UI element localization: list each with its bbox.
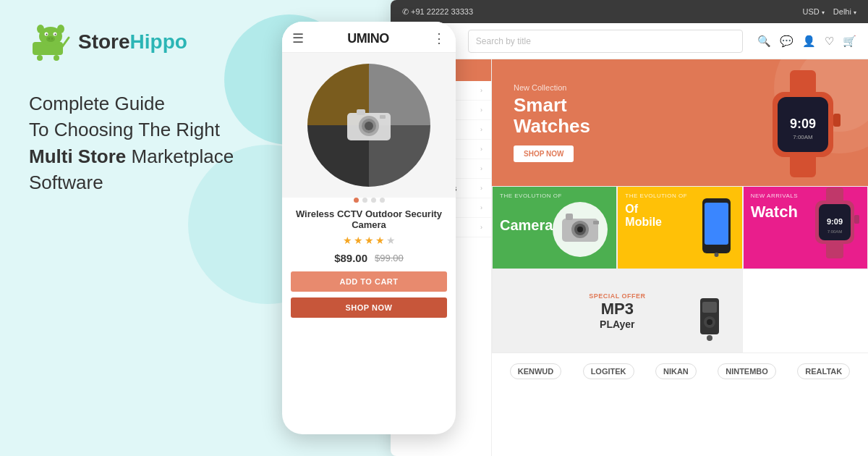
grid-cell-mp3[interactable]: SPECIAL OFFER MP3 PLAyer — [492, 269, 743, 352]
headline-line1: Complete Guide — [29, 93, 165, 114]
star-3: ★ — [365, 235, 374, 246]
dot-4[interactable] — [380, 198, 385, 203]
dot-3[interactable] — [371, 198, 376, 203]
mp3-subtitle-label: PLAyer — [600, 318, 635, 330]
chat-icon[interactable]: 💬 — [780, 35, 793, 48]
product-name: Wireless CCTV Outdoor Security Camera — [282, 208, 456, 230]
mobile-mockup: ☰ UMINO ⋮ — [282, 22, 456, 434]
headline-bold: Multi Store — [29, 145, 126, 167]
banner-text: New Collection Smart Watches SHOP NOW — [514, 83, 590, 161]
star-1: ★ — [343, 235, 352, 246]
brand-kenwud[interactable]: KENWUD — [510, 363, 562, 379]
watch-label-big: Watch — [751, 203, 798, 221]
carousel-dots — [282, 198, 456, 203]
product-price: $89.00 $99.00 — [282, 252, 456, 264]
desktop-mockup: ✆ +91 22222 33333 USD ▾ Delhi ▾ UMINO Se… — [391, 0, 868, 456]
desktop-topbar: ✆ +91 22222 33333 USD ▾ Delhi ▾ — [391, 0, 868, 23]
chevron-right-icon: › — [480, 87, 482, 94]
headline: Complete Guide To Choosing The Right Mul… — [29, 90, 289, 196]
svg-point-10 — [46, 36, 55, 42]
svg-point-9 — [55, 34, 56, 35]
svg-point-2 — [54, 55, 59, 61]
grid-cell-camera[interactable]: THE EVOLUTION OF Camera — [492, 186, 617, 269]
cart-icon[interactable]: 🛒 — [843, 35, 856, 48]
banner-watch-image: 9:09 7:00AM — [752, 67, 854, 185]
chevron-right-icon: › — [480, 165, 482, 172]
grid-cell-watch[interactable]: NEW ARRIVALS Watch 9:09 7:00AM — [743, 186, 868, 269]
svg-point-4 — [37, 25, 44, 33]
shop-now-button[interactable]: SHOP NOW — [291, 297, 447, 318]
svg-point-16 — [365, 122, 373, 130]
svg-text:9:09: 9:09 — [827, 217, 843, 226]
svg-point-11 — [48, 38, 50, 40]
price-old: $99.00 — [375, 253, 404, 263]
chevron-right-icon: › — [480, 145, 482, 153]
svg-point-49 — [707, 335, 712, 341]
camera-product-image — [544, 193, 616, 269]
mp3-title-label: MP3 — [601, 300, 634, 318]
svg-point-5 — [57, 25, 64, 33]
svg-point-48 — [707, 319, 712, 325]
wishlist-icon[interactable]: ♡ — [825, 35, 834, 48]
desktop-nav: UMINO Search by title 🔍 💬 👤 ♡ 🛒 — [391, 23, 868, 59]
svg-rect-44 — [854, 215, 859, 224]
topbar-right: USD ▾ Delhi ▾ — [803, 7, 856, 16]
grid-cell-mobile[interactable]: THE EVOLUTION OF OfMobile — [617, 186, 742, 269]
chevron-right-icon: › — [480, 106, 482, 114]
mobile-header: ☰ UMINO ⋮ — [282, 22, 456, 53]
headline-line2: To Choosing The Right — [29, 119, 220, 140]
svg-rect-46 — [702, 302, 717, 313]
star-4: ★ — [375, 235, 385, 246]
svg-text:7:00AM: 7:00AM — [793, 134, 813, 140]
dot-1[interactable] — [354, 198, 359, 203]
svg-rect-18 — [380, 115, 386, 119]
brand-nintembo[interactable]: NINTEMBO — [718, 363, 776, 379]
svg-point-12 — [51, 38, 53, 40]
brand-realtak[interactable]: REALTAK — [797, 363, 850, 379]
svg-text:9:09: 9:09 — [790, 117, 816, 131]
mobile-logo: UMINO — [347, 31, 389, 46]
mobile-label-big: OfMobile — [625, 203, 662, 229]
mobile-product-image — [697, 197, 736, 265]
brands-row: KENWUD LOGITEK NIKAN NINTEMBO REALTAK — [492, 352, 868, 389]
product-grid: THE EVOLUTION OF Camera — [492, 186, 868, 352]
logo-text: StoreHippo — [78, 30, 187, 54]
svg-point-32 — [577, 227, 583, 232]
brand-logitek[interactable]: LOGITEK — [583, 363, 634, 379]
search-bar[interactable]: Search by title — [468, 30, 743, 53]
topbar-phone: ✆ +91 22222 33333 — [402, 7, 473, 17]
more-options-icon[interactable]: ⋮ — [433, 30, 446, 46]
add-to-cart-button[interactable]: ADD TO CART — [291, 271, 447, 292]
product-stars: ★ ★ ★ ★ ★ — [282, 235, 456, 246]
svg-rect-36 — [705, 203, 728, 245]
hero-banner: New Collection Smart Watches SHOP NOW — [492, 59, 868, 186]
banner-title: Smart Watches — [514, 95, 590, 136]
svg-text:7:00AM: 7:00AM — [827, 229, 843, 234]
mobile-label-small: THE EVOLUTION OF — [625, 193, 687, 199]
user-icon[interactable]: 👤 — [802, 35, 816, 48]
banner-shop-now-button[interactable]: SHOP NOW — [514, 145, 574, 162]
svg-rect-17 — [357, 109, 365, 115]
svg-rect-33 — [566, 214, 573, 220]
brand-nikan[interactable]: NIKAN — [655, 363, 697, 379]
chevron-right-icon: › — [480, 126, 482, 133]
banner-subtitle: New Collection — [514, 83, 590, 92]
logo-store: Store — [78, 30, 130, 53]
hamburger-icon[interactable]: ☰ — [292, 30, 304, 46]
search-icon[interactable]: 🔍 — [757, 35, 771, 48]
desktop-content: New Collection Smart Watches SHOP NOW — [492, 59, 868, 456]
currency-selector[interactable]: USD ▾ — [803, 7, 825, 16]
headline-line4: Software — [29, 172, 103, 193]
star-2: ★ — [354, 235, 363, 246]
location-dropdown-arrow: ▾ — [854, 9, 856, 16]
location-selector[interactable]: Delhi ▾ — [833, 7, 856, 16]
star-5: ★ — [386, 235, 396, 246]
chevron-right-icon: › — [480, 204, 482, 211]
product-image-area — [282, 53, 456, 198]
svg-point-37 — [714, 253, 718, 257]
left-panel: StoreHippo Complete Guide To Choosing Th… — [0, 0, 311, 456]
chevron-right-icon: › — [480, 224, 482, 231]
price-current: $89.00 — [334, 252, 367, 264]
dot-2[interactable] — [362, 198, 367, 203]
nav-icons: 🔍 💬 👤 ♡ 🛒 — [757, 35, 856, 48]
